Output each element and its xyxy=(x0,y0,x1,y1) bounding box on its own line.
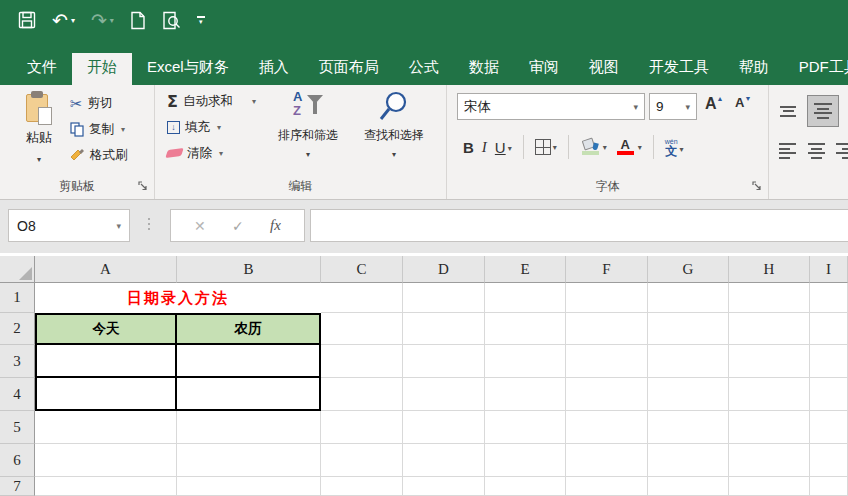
row-header-6[interactable]: 6 xyxy=(0,444,35,477)
cell-a3[interactable] xyxy=(35,345,177,378)
cell-a1-title[interactable]: 日期录入方法 xyxy=(35,283,321,313)
cell[interactable] xyxy=(729,345,810,378)
column-header-f[interactable]: F xyxy=(566,256,648,283)
cell[interactable] xyxy=(810,283,848,313)
redo-button[interactable]: ↷▾ xyxy=(91,11,114,30)
cell-b3[interactable] xyxy=(177,345,321,378)
formula-input[interactable] xyxy=(310,209,848,242)
font-color-button[interactable]: A ▾ xyxy=(611,139,646,155)
clipboard-dialog-launcher[interactable] xyxy=(138,177,148,195)
tab-formulas[interactable]: 公式 xyxy=(394,53,454,85)
cell-b2-header[interactable]: 农历 xyxy=(177,313,321,345)
column-header-g[interactable]: G xyxy=(648,256,729,283)
cell[interactable] xyxy=(485,477,566,496)
tab-excel-finance[interactable]: Excel与财务 xyxy=(132,53,244,85)
column-header-d[interactable]: D xyxy=(403,256,485,283)
font-dialog-launcher[interactable] xyxy=(752,177,762,195)
cell[interactable] xyxy=(321,477,403,496)
column-header-i[interactable]: I xyxy=(810,256,848,283)
row-header-5[interactable]: 5 xyxy=(0,411,35,444)
qat-customize-button[interactable]: ▾ xyxy=(197,16,205,24)
tab-review[interactable]: 审阅 xyxy=(514,53,574,85)
clear-button[interactable]: 清除 ▾ xyxy=(167,143,256,163)
cell[interactable] xyxy=(566,411,648,444)
cell[interactable] xyxy=(648,283,729,313)
cell[interactable] xyxy=(566,444,648,477)
cell[interactable] xyxy=(648,444,729,477)
cell[interactable] xyxy=(566,283,648,313)
cell[interactable] xyxy=(403,378,485,411)
find-select-button[interactable]: 查找和选择 ▾ xyxy=(353,89,435,159)
cell[interactable] xyxy=(35,411,177,444)
align-left-button[interactable] xyxy=(779,143,797,159)
cell[interactable] xyxy=(403,477,485,496)
cell-a4[interactable] xyxy=(35,378,177,411)
cell[interactable] xyxy=(810,345,848,378)
name-box[interactable]: O8 ▾ xyxy=(8,209,130,242)
cell[interactable] xyxy=(648,411,729,444)
column-header-h[interactable]: H xyxy=(729,256,810,283)
italic-button[interactable]: I xyxy=(478,139,491,156)
cell[interactable] xyxy=(485,283,566,313)
middle-align-button[interactable] xyxy=(807,95,839,127)
fill-button[interactable]: ↓ 填充 ▾ xyxy=(167,117,256,137)
fill-color-button[interactable]: ▾ xyxy=(576,139,611,155)
tab-home[interactable]: 开始 xyxy=(72,53,132,85)
decrease-font-button[interactable]: A▼ xyxy=(735,95,751,110)
cell[interactable] xyxy=(177,411,321,444)
tab-page-layout[interactable]: 页面布局 xyxy=(304,53,394,85)
column-header-e[interactable]: E xyxy=(485,256,566,283)
cell[interactable] xyxy=(403,283,485,313)
cell[interactable] xyxy=(810,477,848,496)
undo-button[interactable]: ↶▾ xyxy=(52,11,75,30)
bold-button[interactable]: B xyxy=(459,139,478,156)
row-header-3[interactable]: 3 xyxy=(0,345,35,378)
cell[interactable] xyxy=(35,477,177,496)
cell[interactable] xyxy=(566,378,648,411)
print-preview-icon[interactable] xyxy=(162,11,181,30)
cell[interactable] xyxy=(729,477,810,496)
cell[interactable] xyxy=(810,378,848,411)
cell[interactable] xyxy=(403,345,485,378)
cell-a2-header[interactable]: 今天 xyxy=(35,313,177,345)
cell[interactable] xyxy=(177,444,321,477)
cell[interactable] xyxy=(321,345,403,378)
row-header-1[interactable]: 1 xyxy=(0,283,35,313)
cut-button[interactable]: ✂ 剪切 xyxy=(70,93,128,113)
underline-button[interactable]: U ▾ xyxy=(491,139,516,156)
tab-help[interactable]: 帮助 xyxy=(724,53,784,85)
cell[interactable] xyxy=(566,313,648,345)
cell[interactable] xyxy=(810,444,848,477)
row-header-7[interactable]: 7 xyxy=(0,477,35,496)
cell-b4[interactable] xyxy=(177,378,321,411)
cell[interactable] xyxy=(35,444,177,477)
column-header-a[interactable]: A xyxy=(35,256,177,283)
cell[interactable] xyxy=(729,411,810,444)
cell[interactable] xyxy=(485,345,566,378)
paste-button[interactable]: 粘贴 ▾ xyxy=(14,91,64,177)
enter-icon[interactable]: ✓ xyxy=(232,218,244,234)
cell[interactable] xyxy=(485,313,566,345)
increase-font-button[interactable]: A▲ xyxy=(705,95,724,113)
select-all-button[interactable] xyxy=(0,256,35,283)
row-header-4[interactable]: 4 xyxy=(0,378,35,411)
cell[interactable] xyxy=(648,345,729,378)
phonetic-guide-button[interactable]: wén 文 ▾ xyxy=(661,138,688,157)
cell[interactable] xyxy=(810,313,848,345)
cell[interactable] xyxy=(485,378,566,411)
tab-developer[interactable]: 开发工具 xyxy=(634,53,724,85)
font-name-select[interactable]: 宋体 ▾ xyxy=(457,93,645,120)
cell[interactable] xyxy=(729,313,810,345)
save-icon[interactable] xyxy=(18,11,36,29)
copy-button[interactable]: 复制 ▾ xyxy=(70,119,128,139)
cell[interactable] xyxy=(403,444,485,477)
cell[interactable] xyxy=(321,313,403,345)
cell[interactable] xyxy=(485,444,566,477)
cell[interactable] xyxy=(321,283,403,313)
cell[interactable] xyxy=(810,411,848,444)
cell[interactable] xyxy=(566,345,648,378)
cell[interactable] xyxy=(566,477,648,496)
format-painter-button[interactable]: 格式刷 xyxy=(70,145,128,165)
cell[interactable] xyxy=(648,477,729,496)
tab-view[interactable]: 视图 xyxy=(574,53,634,85)
